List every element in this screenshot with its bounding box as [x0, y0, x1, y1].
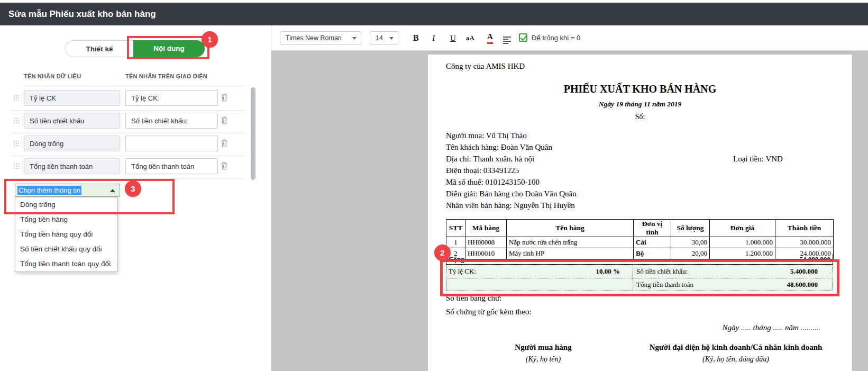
header-separator	[24, 86, 246, 86]
chevron-down-icon	[389, 37, 394, 40]
drag-handle-icon[interactable]	[14, 141, 15, 142]
sum-value: 54.000.000	[800, 255, 831, 264]
sum-label: Cộng	[449, 255, 464, 264]
doc-info-line: Nhân viên bán hàng: Nguyễn Thị Huyền	[446, 201, 577, 213]
attached-docs-label: Số chứng từ gốc kèm theo:	[446, 307, 532, 316]
amount-in-words-label: Số tiền bằng chữ:	[446, 294, 501, 303]
tab-design[interactable]: Thiết kế	[65, 40, 133, 57]
doc-info-line: Địa chỉ: Thanh xuân, hà nội	[446, 155, 577, 166]
empty-when-zero-label: Để trống khi = 0	[532, 25, 580, 51]
delete-row-button[interactable]	[219, 93, 230, 104]
col-header: Mã hàng	[465, 220, 507, 237]
font-family-value: Times New Roman	[286, 34, 342, 42]
doc-company: Công ty của AMIS HKD	[446, 62, 525, 71]
rate-value: 10,00 %	[596, 267, 620, 276]
column-header-data-label: TÊN NHÃN DỮ LIỆU	[24, 73, 81, 79]
col-header: Tên hàng	[507, 220, 634, 237]
window-title: Sửa mẫu Phiếu xuất kho bán hàng	[0, 3, 868, 25]
drag-handle-icon[interactable]	[14, 95, 15, 96]
doc-currency: Loại tiền: VND	[733, 155, 783, 164]
empty-when-zero-checkbox[interactable]	[519, 33, 527, 42]
data-label-input[interactable]	[24, 158, 120, 174]
font-color-button[interactable]: A	[487, 31, 493, 44]
doc-info-line: Tên khách hàng: Đoàn Văn Quân	[446, 143, 577, 155]
signer-right-subtitle: (Ký, họ tên, đóng dấu)	[630, 355, 842, 364]
align-left-icon	[503, 37, 511, 44]
font-family-select[interactable]: Times New Roman	[280, 31, 361, 45]
doc-info-line: Diễn giải: Bán hàng cho Đoàn Văn Quân	[446, 189, 577, 201]
align-button[interactable]	[503, 34, 511, 48]
rate-label: Tỷ lệ CK:	[449, 267, 476, 276]
discount-row: Tỷ lệ CK: 10,00 % Số tiền chiết khấu: 5.…	[446, 265, 833, 278]
signer-left-subtitle: (Ký, họ tên)	[464, 355, 623, 364]
cell-ma-hang: HH00008	[465, 237, 507, 248]
doc-info-line: Mã số thuế: 0101243150-100	[446, 178, 577, 189]
dropdown-option[interactable]: Số tiền chiết khấu quy đổi	[15, 242, 117, 257]
doc-info-line: Người mua: Vũ Thị Thảo	[446, 131, 577, 143]
label-row	[0, 158, 246, 174]
drag-handle-icon[interactable]	[14, 164, 15, 165]
doc-number-label: Số:	[428, 113, 852, 121]
grand-total-label: Tổng tiền thanh toán	[636, 280, 693, 289]
data-label-input[interactable]	[24, 135, 120, 151]
trash-icon	[220, 116, 229, 125]
font-size-value: 14	[376, 34, 383, 42]
trash-icon	[220, 139, 229, 148]
template-editor-window: Sửa mẫu Phiếu xuất kho bán hàng Thiết kế…	[0, 0, 868, 371]
delete-row-button[interactable]	[219, 161, 230, 172]
document-preview-page[interactable]: Công ty của AMIS HKD PHIẾU XUẤT KHO BÁN …	[428, 55, 852, 371]
ui-label-input[interactable]	[125, 113, 218, 129]
label-row	[0, 135, 246, 151]
text-case-button[interactable]: aA	[466, 31, 474, 45]
dropdown-option[interactable]: Dòng trống	[15, 197, 117, 212]
grand-total-value: 48.600.000	[787, 280, 818, 289]
bold-button[interactable]: B	[413, 31, 419, 45]
font-size-select[interactable]: 14	[370, 31, 398, 45]
delete-row-button[interactable]	[219, 116, 230, 126]
ui-label-input[interactable]	[125, 135, 218, 151]
chevron-up-icon	[110, 189, 115, 192]
row-separator	[11, 178, 246, 179]
annotation-badge-3: 3	[125, 180, 141, 197]
title-bar: Sửa mẫu Phiếu xuất kho bán hàng	[0, 3, 868, 25]
dropdown-option[interactable]: Tổng tiền hàng	[15, 212, 117, 227]
date-blank-line: Ngày ..... tháng ..... năm ..........	[428, 323, 820, 332]
left-panel: Thiết kế Nội dung TÊN NHÃN DỮ LIỆU TÊN N…	[0, 25, 271, 371]
add-info-select-value: Chọn thêm thông tin	[17, 186, 81, 195]
delete-row-button[interactable]	[219, 139, 230, 149]
doc-date: Ngày 19 tháng 11 năm 2019	[428, 100, 852, 108]
label-row	[0, 90, 246, 106]
right-panel: Times New Roman 14 B I U aA A Để trống k…	[271, 25, 868, 371]
data-label-input[interactable]	[24, 90, 120, 106]
left-panel-scrollbar[interactable]	[251, 87, 255, 180]
discount-totals-block: Tỷ lệ CK: 10,00 % Số tiền chiết khấu: 5.…	[446, 265, 833, 291]
cell-don-gia: 1.000.000	[710, 237, 775, 248]
underline-button[interactable]: U	[450, 31, 456, 45]
data-label-input[interactable]	[24, 113, 120, 129]
discount-value: 5.400.000	[790, 267, 818, 276]
row-separator	[11, 156, 246, 156]
row-separator	[11, 110, 246, 111]
ui-label-input[interactable]	[125, 90, 218, 106]
cell-so-luong: 30,00	[671, 237, 710, 248]
italic-button[interactable]: I	[432, 31, 435, 45]
signer-right-title: Người đại diện hộ kinh doanh/Cá nhân kin…	[630, 343, 842, 352]
label-row	[0, 113, 246, 129]
column-header-ui-label: TÊN NHÃN TRÊN GIAO DIỆN	[125, 73, 207, 79]
signer-left-title: Người mua hàng	[464, 343, 623, 352]
col-header: STT	[446, 220, 465, 237]
doc-title: PHIẾU XUẤT KHO BÁN HÀNG	[428, 83, 852, 95]
grand-total-row: Tổng tiền thanh toán 48.600.000	[446, 278, 833, 291]
items-table: STT Mã hàng Tên hàng Đơn vị tính Số lượn…	[446, 219, 834, 259]
add-info-select[interactable]: Chọn thêm thông tin	[15, 184, 120, 197]
dropdown-option[interactable]: Tổng tiền thanh toán quy đổi	[15, 257, 117, 272]
col-header: Số lượng	[671, 220, 710, 237]
drag-handle-icon[interactable]	[14, 118, 15, 119]
cell-dvt: Cái	[634, 237, 671, 248]
tab-content[interactable]: Nội dung	[133, 40, 205, 57]
col-header: Đơn giá	[710, 220, 775, 237]
trash-icon	[220, 161, 229, 170]
dropdown-option[interactable]: Tổng tiền hàng quy đổi	[15, 227, 117, 242]
row-separator	[11, 133, 246, 133]
ui-label-input[interactable]	[125, 158, 218, 174]
